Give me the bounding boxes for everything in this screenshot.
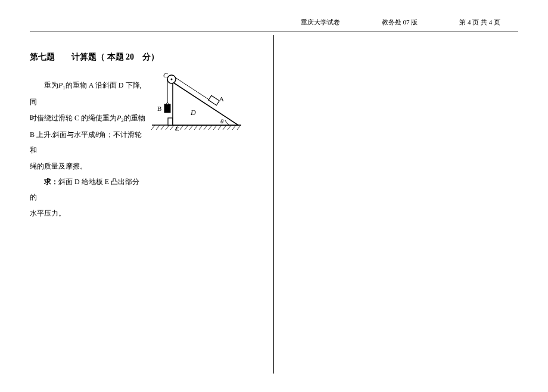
svg-line-14 [213,125,217,130]
right-column [274,35,518,374]
question-paragraph: 重为P1的重物 A 沿斜面 D 下降,同 时借绕过滑轮 C 的绳使重为P2的重物… [30,77,146,221]
label-c: C [163,71,168,79]
svg-line-13 [208,125,212,130]
weight-a [208,95,219,105]
incline-triangle [173,82,238,125]
svg-line-1 [151,125,155,130]
svg-line-11 [199,125,203,130]
svg-rect-20 [208,95,219,105]
header-edition: 教务处 07 版 [382,18,418,27]
svg-line-7 [180,125,183,130]
label-d: D [190,108,196,117]
question-line-4: 绳的质量及摩擦。 [30,158,146,174]
svg-line-15 [218,125,222,130]
question-title: 第七题 计算题（ 本题 20 分） [30,52,264,63]
label-theta: θ [220,117,224,125]
block-e [168,118,173,125]
pulley-center [171,79,173,80]
question-line-2: 时借绕过滑轮 C 的绳使重为P2的重物 [30,110,146,127]
header-university: 重庆大学试卷 [301,18,340,27]
svg-line-8 [185,125,188,130]
question-line-6: 水平压力。 [30,206,146,221]
svg-line-18 [232,125,236,130]
physics-diagram: C A B D E θ [149,71,244,137]
svg-line-12 [204,125,207,130]
header-page-info: 第 4 页 共 4 页 [459,18,500,27]
ground-hatching [151,125,241,130]
label-e: E [175,125,179,132]
svg-line-10 [194,125,198,130]
left-column: 第七题 计算题（ 本题 20 分） 重为P1的重物 A 沿斜面 D 下降,同 时… [30,35,274,374]
svg-line-17 [228,125,231,130]
page-header: 重庆大学试卷 教务处 07 版 第 4 页 共 4 页 [30,18,518,32]
svg-line-9 [189,125,193,130]
svg-line-4 [166,125,169,130]
svg-line-5 [170,125,174,130]
question-line-5: 求：斜面 D 给地板 E 凸出部分的 [30,174,146,206]
label-b: B [157,105,161,112]
incline-diagram-svg: C A B D E θ [149,71,244,137]
label-a: A [219,95,224,102]
content-area: 第七题 计算题（ 本题 20 分） 重为P1的重物 A 沿斜面 D 下降,同 时… [30,35,518,374]
svg-line-19 [237,125,241,130]
question-line-1: 重为P1的重物 A 沿斜面 D 下降,同 [30,77,146,110]
question-body: 重为P1的重物 A 沿斜面 D 下降,同 时借绕过滑轮 C 的绳使重为P2的重物… [30,77,264,221]
hook-b-icon [167,103,169,105]
svg-line-2 [156,125,160,130]
svg-line-16 [223,125,226,130]
svg-line-3 [161,125,164,130]
weight-b [164,104,170,113]
question-line-3: B 上升.斜面与水平成θ角；不计滑轮和 [30,127,146,158]
